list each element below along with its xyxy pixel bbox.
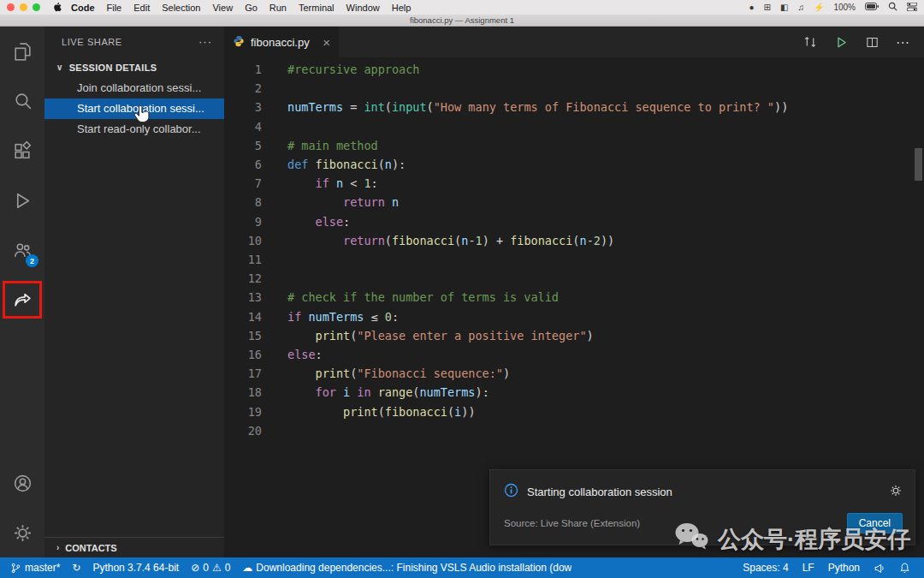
sidebar-header: LIVE SHARE ··· xyxy=(44,27,224,57)
recording-indicator-icon[interactable]: ● xyxy=(749,3,755,12)
control-center-icon[interactable] xyxy=(907,3,917,13)
menu-view[interactable]: View xyxy=(206,3,239,13)
menu-file[interactable]: File xyxy=(101,3,128,13)
git-branch-item[interactable]: master* xyxy=(10,562,60,575)
cancel-button[interactable]: Cancel xyxy=(847,513,903,533)
code-text: return n xyxy=(262,193,399,212)
download-status-item[interactable]: ☁ Downloading dependencies...: Finishing… xyxy=(242,562,572,574)
code-text: def fibonacci(n): xyxy=(262,155,406,174)
code-line-15[interactable]: 15 print("Please enter a positive intege… xyxy=(224,326,924,345)
code-line-1[interactable]: 1#recursive approach xyxy=(224,60,924,79)
zoom-window-button[interactable] xyxy=(33,3,40,11)
code-line-6[interactable]: 6def fibonacci(n): xyxy=(224,155,924,174)
menu-window[interactable]: Window xyxy=(341,3,386,13)
more-actions-icon[interactable]: ··· xyxy=(198,35,212,48)
code-text: if numTerms ≤ 0: xyxy=(262,307,399,326)
live-share-icon[interactable] xyxy=(0,275,44,325)
sidebar-item-1[interactable]: Start collaboration sessi... xyxy=(44,98,224,119)
window-titlebar: fibonacci.py — Assignment 1 xyxy=(0,15,924,27)
notification-title: Starting collaboration session xyxy=(527,486,672,498)
menu-help[interactable]: Help xyxy=(386,3,418,13)
problems-item[interactable]: ⊘ 0 ⚠ 0 xyxy=(191,562,230,574)
code-text: #recursive approach xyxy=(262,60,419,79)
chevron-right-icon: › xyxy=(56,544,59,552)
code-line-11[interactable]: 11 xyxy=(224,250,924,269)
code-line-8[interactable]: 8 return n xyxy=(224,193,924,212)
code-line-12[interactable]: 12 xyxy=(224,269,924,288)
run-debug-icon[interactable] xyxy=(0,176,44,225)
code-line-18[interactable]: 18 for i in range(numTerms): xyxy=(224,383,924,402)
editor-area: fibonacci.py × ⋯ 1#recurs xyxy=(224,27,924,557)
code-line-10[interactable]: 10 return(fibonacci(n-1) + fibonacci(n-2… xyxy=(224,231,924,250)
branch-name: master* xyxy=(25,562,60,574)
grid-icon[interactable]: ⊞ xyxy=(764,3,771,12)
open-changes-icon[interactable] xyxy=(803,34,818,50)
menu-edit[interactable]: Edit xyxy=(127,3,156,13)
notification-toast: Starting collaboration session Source: L… xyxy=(489,469,915,545)
contacts-section[interactable]: › CONTACTS xyxy=(44,537,224,557)
sidebar-item-0[interactable]: Join collaboration sessi... xyxy=(44,78,224,98)
display-icon[interactable]: ◧ xyxy=(780,3,788,12)
apple-menu-icon[interactable] xyxy=(52,2,62,13)
close-window-button[interactable] xyxy=(7,3,15,11)
feedback-icon[interactable] xyxy=(874,563,886,574)
people-icon[interactable]: 2 xyxy=(0,225,44,275)
code-line-4[interactable]: 4 xyxy=(224,117,924,136)
python-interpreter-item[interactable]: Python 3.7.4 64-bit xyxy=(92,562,179,574)
notification-gear-icon[interactable] xyxy=(889,484,903,500)
code-line-16[interactable]: 16else: xyxy=(224,345,924,364)
sync-icon[interactable]: ↻ xyxy=(72,563,80,573)
music-icon[interactable]: ♫ xyxy=(797,3,804,12)
interpreter-label: Python 3.7.4 64-bit xyxy=(92,562,179,574)
code-line-17[interactable]: 17 print("Fibonacci sequence:") xyxy=(224,364,924,383)
menu-code[interactable]: Code xyxy=(65,3,101,13)
code-text: return(fibonacci(n-1) + fibonacci(n-2)) xyxy=(262,231,614,250)
menu-go[interactable]: Go xyxy=(239,3,264,13)
code-line-14[interactable]: 14if numTerms ≤ 0: xyxy=(224,307,924,326)
code-line-13[interactable]: 13# check if the number of terms is vali… xyxy=(224,288,924,307)
code-text: else: xyxy=(262,345,323,364)
code-line-5[interactable]: 5# main method xyxy=(224,136,924,155)
explorer-icon[interactable] xyxy=(0,27,44,76)
menu-selection[interactable]: Selection xyxy=(156,3,206,13)
line-number: 2 xyxy=(224,79,262,98)
account-icon[interactable] xyxy=(0,458,44,508)
line-number: 12 xyxy=(224,269,262,288)
search-icon[interactable] xyxy=(0,76,44,126)
tab-label: fibonacci.py xyxy=(251,36,310,49)
menu-run[interactable]: Run xyxy=(264,3,293,13)
line-number: 16 xyxy=(224,345,262,364)
code-line-19[interactable]: 19 print(fibonacci(i)) xyxy=(224,402,924,421)
code-line-2[interactable]: 2 xyxy=(224,79,924,98)
more-actions-icon[interactable]: ⋯ xyxy=(896,34,910,51)
run-file-icon[interactable] xyxy=(834,35,849,50)
tab-close-icon[interactable]: × xyxy=(323,35,330,50)
code-text xyxy=(262,250,287,269)
line-number: 11 xyxy=(224,250,262,269)
session-details-header[interactable]: ∨ SESSION DETAILS xyxy=(44,57,224,78)
spaces-label: Spaces: 4 xyxy=(743,562,788,574)
split-editor-icon[interactable] xyxy=(865,35,880,50)
language-mode-item[interactable]: Python xyxy=(828,562,860,574)
code-line-20[interactable]: 20 xyxy=(224,421,924,440)
code-line-3[interactable]: 3numTerms = int(input("How many terms of… xyxy=(224,98,924,116)
code-line-7[interactable]: 7 if n < 1: xyxy=(224,174,924,193)
info-icon xyxy=(504,483,518,500)
tab-fibonacci[interactable]: fibonacci.py × xyxy=(224,27,339,57)
scrollbar-thumb[interactable] xyxy=(915,148,922,181)
line-number: 10 xyxy=(224,231,262,250)
spotlight-search-icon[interactable] xyxy=(888,2,897,13)
sidebar-item-2[interactable]: Start read-only collabor... xyxy=(44,119,224,140)
extensions-icon[interactable] xyxy=(0,126,44,176)
indentation-item[interactable]: Spaces: 4 xyxy=(743,562,788,574)
power-icon[interactable]: ⚡ xyxy=(814,3,824,12)
settings-gear-icon[interactable] xyxy=(0,508,44,557)
minimize-window-button[interactable] xyxy=(20,3,27,11)
notifications-bell-icon[interactable] xyxy=(899,562,910,574)
macos-menubar: CodeFileEditSelectionViewGoRunTerminalWi… xyxy=(0,0,924,15)
menu-terminal[interactable]: Terminal xyxy=(293,3,341,13)
eol-item[interactable]: LF xyxy=(803,562,814,574)
code-text: else: xyxy=(262,212,350,231)
line-number: 15 xyxy=(224,326,262,345)
code-line-9[interactable]: 9 else: xyxy=(224,212,924,231)
